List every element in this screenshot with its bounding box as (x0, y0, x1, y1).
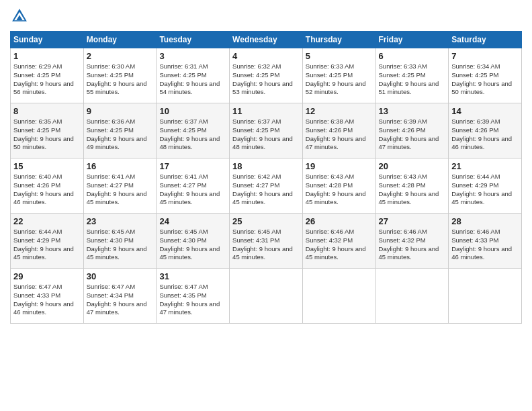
col-sunday: Sunday (11, 32, 84, 48)
calendar-cell: 20Sunrise: 6:43 AMSunset: 4:28 PMDayligh… (375, 158, 449, 214)
calendar-cell: 10Sunrise: 6:37 AMSunset: 4:25 PMDayligh… (157, 103, 230, 158)
day-number: 31 (159, 271, 226, 281)
day-number: 17 (159, 161, 226, 171)
calendar-cell: 25Sunrise: 6:45 AMSunset: 4:31 PMDayligh… (230, 214, 303, 269)
day-info: Sunrise: 6:37 AMSunset: 4:25 PMDaylight:… (159, 118, 226, 152)
day-number: 20 (379, 161, 446, 171)
calendar-cell: 21Sunrise: 6:44 AMSunset: 4:29 PMDayligh… (449, 158, 522, 214)
calendar-cell: 2Sunrise: 6:30 AMSunset: 4:25 PMDaylight… (83, 48, 157, 103)
calendar-cell (302, 269, 375, 324)
logo-icon (10, 7, 29, 26)
day-number: 25 (232, 216, 300, 226)
calendar-cell: 3Sunrise: 6:31 AMSunset: 4:25 PMDaylight… (157, 48, 230, 103)
calendar-table: Sunday Monday Tuesday Wednesday Thursday… (10, 31, 522, 324)
day-number: 23 (87, 216, 154, 226)
header (10, 7, 522, 26)
day-info: Sunrise: 6:38 AMSunset: 4:26 PMDaylight:… (306, 118, 373, 152)
calendar-week-2: 8Sunrise: 6:35 AMSunset: 4:25 PMDaylight… (11, 103, 522, 158)
day-number: 5 (306, 51, 373, 61)
calendar-cell (375, 269, 449, 324)
calendar-cell: 13Sunrise: 6:39 AMSunset: 4:26 PMDayligh… (375, 103, 449, 158)
day-info: Sunrise: 6:46 AMSunset: 4:33 PMDaylight:… (451, 228, 519, 262)
calendar-cell: 27Sunrise: 6:46 AMSunset: 4:32 PMDayligh… (375, 214, 449, 269)
page-container: Sunday Monday Tuesday Wednesday Thursday… (0, 0, 532, 411)
calendar-cell: 23Sunrise: 6:45 AMSunset: 4:30 PMDayligh… (83, 214, 157, 269)
day-number: 4 (232, 51, 300, 61)
day-info: Sunrise: 6:46 AMSunset: 4:32 PMDaylight:… (306, 228, 373, 262)
calendar-cell (230, 269, 303, 324)
day-number: 14 (451, 106, 519, 116)
day-number: 22 (13, 216, 81, 226)
calendar-cell: 4Sunrise: 6:32 AMSunset: 4:25 PMDaylight… (230, 48, 303, 103)
calendar-cell: 22Sunrise: 6:44 AMSunset: 4:29 PMDayligh… (11, 214, 84, 269)
calendar-cell: 29Sunrise: 6:47 AMSunset: 4:33 PMDayligh… (11, 269, 84, 324)
day-number: 10 (159, 106, 226, 116)
calendar-cell: 24Sunrise: 6:45 AMSunset: 4:30 PMDayligh… (157, 214, 230, 269)
calendar-week-4: 22Sunrise: 6:44 AMSunset: 4:29 PMDayligh… (11, 214, 522, 269)
day-number: 29 (13, 271, 81, 281)
day-info: Sunrise: 6:43 AMSunset: 4:28 PMDaylight:… (306, 173, 373, 207)
day-number: 1 (13, 51, 81, 61)
day-info: Sunrise: 6:33 AMSunset: 4:25 PMDaylight:… (306, 62, 373, 97)
day-info: Sunrise: 6:35 AMSunset: 4:25 PMDaylight:… (13, 118, 81, 152)
day-info: Sunrise: 6:44 AMSunset: 4:29 PMDaylight:… (13, 228, 81, 262)
day-number: 19 (306, 161, 373, 171)
day-info: Sunrise: 6:47 AMSunset: 4:34 PMDaylight:… (87, 283, 154, 317)
col-saturday: Saturday (449, 32, 522, 48)
day-number: 28 (451, 216, 519, 226)
calendar-cell: 31Sunrise: 6:47 AMSunset: 4:35 PMDayligh… (157, 269, 230, 324)
day-info: Sunrise: 6:47 AMSunset: 4:33 PMDaylight:… (13, 283, 81, 317)
day-info: Sunrise: 6:32 AMSunset: 4:25 PMDaylight:… (232, 62, 300, 97)
calendar-week-1: 1Sunrise: 6:29 AMSunset: 4:25 PMDaylight… (11, 48, 522, 103)
day-number: 26 (306, 216, 373, 226)
day-info: Sunrise: 6:37 AMSunset: 4:25 PMDaylight:… (232, 118, 300, 152)
day-info: Sunrise: 6:47 AMSunset: 4:35 PMDaylight:… (159, 283, 226, 317)
day-number: 13 (379, 106, 446, 116)
calendar-week-5: 29Sunrise: 6:47 AMSunset: 4:33 PMDayligh… (11, 269, 522, 324)
day-info: Sunrise: 6:45 AMSunset: 4:30 PMDaylight:… (87, 228, 154, 262)
header-row: Sunday Monday Tuesday Wednesday Thursday… (11, 32, 522, 48)
day-number: 6 (379, 51, 446, 61)
day-number: 7 (451, 51, 519, 61)
day-info: Sunrise: 6:30 AMSunset: 4:25 PMDaylight:… (87, 62, 154, 97)
day-info: Sunrise: 6:29 AMSunset: 4:25 PMDaylight:… (13, 62, 81, 97)
calendar-week-3: 15Sunrise: 6:40 AMSunset: 4:26 PMDayligh… (11, 158, 522, 214)
day-info: Sunrise: 6:46 AMSunset: 4:32 PMDaylight:… (379, 228, 446, 262)
day-info: Sunrise: 6:31 AMSunset: 4:25 PMDaylight:… (159, 62, 226, 97)
calendar-cell: 16Sunrise: 6:41 AMSunset: 4:27 PMDayligh… (83, 158, 157, 214)
calendar-cell: 7Sunrise: 6:34 AMSunset: 4:25 PMDaylight… (449, 48, 522, 103)
day-info: Sunrise: 6:39 AMSunset: 4:26 PMDaylight:… (379, 118, 446, 152)
day-number: 16 (87, 161, 154, 171)
day-number: 11 (232, 106, 300, 116)
day-number: 12 (306, 106, 373, 116)
calendar-cell: 28Sunrise: 6:46 AMSunset: 4:33 PMDayligh… (449, 214, 522, 269)
day-info: Sunrise: 6:45 AMSunset: 4:31 PMDaylight:… (232, 228, 300, 262)
day-number: 15 (13, 161, 81, 171)
calendar-cell (449, 269, 522, 324)
day-info: Sunrise: 6:44 AMSunset: 4:29 PMDaylight:… (451, 173, 519, 207)
calendar-cell: 30Sunrise: 6:47 AMSunset: 4:34 PMDayligh… (83, 269, 157, 324)
day-number: 18 (232, 161, 300, 171)
calendar-cell: 8Sunrise: 6:35 AMSunset: 4:25 PMDaylight… (11, 103, 84, 158)
calendar-cell: 5Sunrise: 6:33 AMSunset: 4:25 PMDaylight… (302, 48, 375, 103)
calendar-cell: 11Sunrise: 6:37 AMSunset: 4:25 PMDayligh… (230, 103, 303, 158)
calendar-cell: 6Sunrise: 6:33 AMSunset: 4:25 PMDaylight… (375, 48, 449, 103)
col-tuesday: Tuesday (157, 32, 230, 48)
day-info: Sunrise: 6:41 AMSunset: 4:27 PMDaylight:… (87, 173, 154, 207)
calendar-cell: 9Sunrise: 6:36 AMSunset: 4:25 PMDaylight… (83, 103, 157, 158)
day-info: Sunrise: 6:42 AMSunset: 4:27 PMDaylight:… (232, 173, 300, 207)
day-info: Sunrise: 6:39 AMSunset: 4:26 PMDaylight:… (451, 118, 519, 152)
calendar-cell: 15Sunrise: 6:40 AMSunset: 4:26 PMDayligh… (11, 158, 84, 214)
col-thursday: Thursday (302, 32, 375, 48)
col-friday: Friday (375, 32, 449, 48)
logo (10, 7, 32, 26)
day-number: 9 (87, 106, 154, 116)
calendar-cell: 26Sunrise: 6:46 AMSunset: 4:32 PMDayligh… (302, 214, 375, 269)
calendar-cell: 17Sunrise: 6:41 AMSunset: 4:27 PMDayligh… (157, 158, 230, 214)
col-monday: Monday (83, 32, 157, 48)
day-info: Sunrise: 6:33 AMSunset: 4:25 PMDaylight:… (379, 62, 446, 97)
day-info: Sunrise: 6:36 AMSunset: 4:25 PMDaylight:… (87, 118, 154, 152)
calendar-cell: 12Sunrise: 6:38 AMSunset: 4:26 PMDayligh… (302, 103, 375, 158)
calendar-cell: 1Sunrise: 6:29 AMSunset: 4:25 PMDaylight… (11, 48, 84, 103)
day-number: 3 (159, 51, 226, 61)
